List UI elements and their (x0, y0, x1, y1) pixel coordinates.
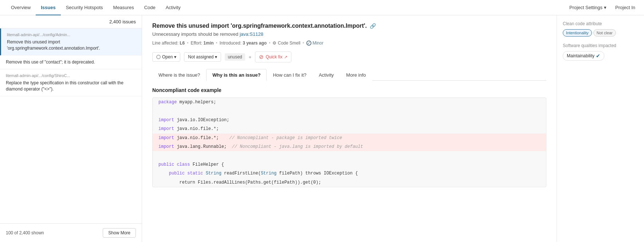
file-path: litemall-admin-api/.../config/Admin... (7, 32, 136, 38)
quality-tag[interactable]: Maintainability ✔ (563, 51, 604, 61)
attr-tag-intentionality[interactable]: Intentionality (563, 29, 592, 37)
tab-how-can-fix[interactable]: How can I fix it? (267, 69, 313, 81)
code-line: return Files.readAllLines(Paths.get(file… (153, 178, 546, 187)
issue-subtitle: Unnecessary imports should be removed ja… (152, 31, 546, 37)
introduced-meta: Introduced: 3 years ago (220, 41, 267, 46)
status-button[interactable]: Open ▾ (152, 52, 180, 62)
meta-sep: • (216, 41, 217, 46)
nav-overview[interactable]: Overview (6, 0, 36, 15)
type-meta: ⚙ Code Smell (272, 41, 300, 46)
clean-code-section: Clean code attribute Intentionality Not … (563, 21, 638, 37)
link-icon[interactable]: 🔗 (370, 23, 376, 29)
external-link-icon: ↗ (284, 55, 287, 59)
list-item[interactable]: litemall-admin-api/.../config/Admin... R… (0, 28, 142, 55)
clean-code-label: Clean code attribute (563, 21, 638, 26)
nav-right-area: Project Settings ▾ Project In (566, 0, 638, 15)
tab-why-is-issue[interactable]: Why is this an issue? (206, 69, 267, 81)
top-nav: Overview Issues Security Hotspots Measur… (0, 0, 644, 15)
nav-activity[interactable]: Activity (161, 0, 186, 15)
check-icon: ✔ (596, 53, 600, 59)
code-block: package myapp.helpers; import java.io.IO… (152, 97, 546, 187)
sidebar-list: litemall-admin-api/.../config/Admin... R… (0, 28, 142, 223)
code-smell-icon: ⚙ (272, 41, 276, 46)
issue-actions: Open ▾ Not assigned ▾ unused + ⊘ Quick f… (152, 51, 546, 62)
code-section-title: Noncompliant code example (152, 87, 546, 93)
code-line (153, 151, 546, 160)
sidebar: 2,400 issues litemall-admin-api/.../conf… (0, 15, 142, 242)
tab-where-is-issue[interactable]: Where is the issue? (152, 69, 206, 81)
issue-tabs: Where is the issue? Why is this an issue… (152, 69, 546, 81)
code-line: import java.nio.file.*; (153, 124, 546, 133)
meta-sep: • (269, 41, 270, 46)
line-meta: Line affected: L6 (152, 41, 185, 46)
chevron-down-icon: ▾ (215, 54, 217, 59)
software-qualities-section: Software qualities impacted Maintainabil… (563, 43, 638, 61)
issue-text: Replace the type specification in this c… (6, 80, 136, 92)
quick-fix-icon: ⊘ (259, 54, 264, 60)
issue-text: Remove this unused import 'org.springfra… (7, 39, 136, 51)
attr-tag-not-clear[interactable]: Not clear (593, 29, 616, 37)
shown-count: 100 of 2,400 shown (6, 230, 44, 235)
attribute-tags: Intentionality Not clear (563, 29, 638, 37)
code-line: public class FileHelper { (153, 160, 546, 169)
rule-link[interactable]: java:S1128 (240, 31, 263, 37)
issues-count: 2,400 issues (0, 15, 142, 28)
code-line: package myapp.helpers; (153, 98, 546, 107)
nav-measures[interactable]: Measures (108, 0, 139, 15)
effort-meta: Effort: 1min (191, 41, 213, 46)
list-item[interactable]: Remove this use of "contact"; it is depr… (0, 55, 142, 69)
add-tag-button[interactable]: + (249, 54, 252, 60)
chevron-down-icon: ▾ (174, 54, 176, 59)
issue-meta: Line affected: L6 • Effort: 1min • Intro… (152, 41, 546, 46)
assignee-button[interactable]: Not assigned ▾ (184, 52, 221, 62)
project-settings-button[interactable]: Project Settings ▾ (566, 0, 609, 15)
quick-fix-button[interactable]: ⊘ Quick fix ↗ (255, 51, 291, 62)
code-line (153, 107, 546, 115)
meta-sep: • (187, 41, 188, 46)
tab-more-info[interactable]: More info (340, 69, 372, 81)
severity-meta: ✓ Minor (306, 41, 323, 46)
code-line-noncompliant: import java.lang.Runnable; // Noncomplia… (153, 142, 546, 151)
meta-sep: • (303, 41, 304, 46)
severity-icon: ✓ (306, 41, 311, 46)
code-line: public static String readFirstLine(Strin… (153, 169, 546, 178)
list-item[interactable]: litemall-admin-api/.../config/ShiroC... … (0, 69, 142, 96)
chevron-down-icon: ▾ (604, 5, 606, 10)
show-more-button[interactable]: Show More (103, 228, 136, 238)
tab-activity[interactable]: Activity (313, 69, 340, 81)
nav-security-hotspots[interactable]: Security Hotspots (61, 0, 108, 15)
code-line: import java.io.IOException; (153, 116, 546, 124)
nav-issues[interactable]: Issues (36, 0, 60, 15)
sidebar-footer: 100 of 2,400 shown Show More (0, 223, 142, 242)
issue-title-row: Remove this unused import 'org.springfra… (152, 23, 546, 29)
code-line-noncompliant: import java.nio.file.*; // Noncompliant … (153, 134, 546, 142)
project-in-button[interactable]: Project In (612, 0, 638, 15)
issue-title-text: Remove this unused import 'org.springfra… (152, 23, 367, 29)
issue-text: Remove this use of "contact"; it is depr… (6, 59, 136, 65)
open-circle-icon (156, 55, 161, 59)
software-qualities-label: Software qualities impacted (563, 43, 638, 48)
nav-code[interactable]: Code (139, 0, 161, 15)
file-path: litemall-admin-api/.../config/ShiroC... (6, 73, 136, 78)
content-area: Remove this unused import 'org.springfra… (142, 15, 557, 242)
tag-button[interactable]: unused (225, 53, 245, 61)
main-area: 2,400 issues litemall-admin-api/.../conf… (0, 15, 644, 242)
right-panel: Clean code attribute Intentionality Not … (557, 15, 644, 242)
